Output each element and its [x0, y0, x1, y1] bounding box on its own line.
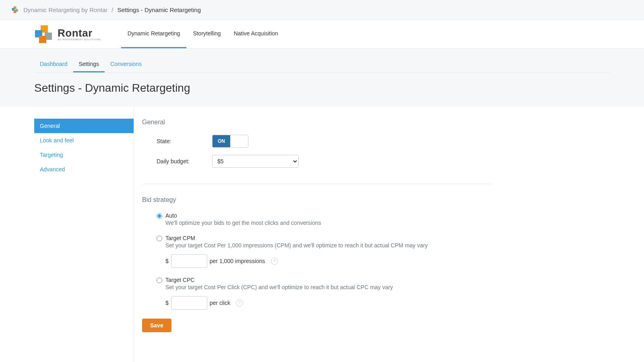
- logo-icon: [34, 25, 54, 44]
- logo-tag: AD MANAGEMENT SOLUTIONS: [58, 38, 101, 41]
- breadcrumb-app[interactable]: Dynamic Retargeting by Rontar: [23, 6, 107, 13]
- bid-auto: Auto We'll optimize your bids to get the…: [142, 212, 492, 226]
- radio-auto[interactable]: [157, 213, 162, 219]
- sidebar-item-label: Advanced: [40, 166, 65, 173]
- tab-settings[interactable]: Settings: [73, 57, 105, 72]
- select-daily-budget[interactable]: $5: [212, 155, 299, 168]
- radio-cpc-desc: Set your target Cost Per Click (CPC) and…: [165, 284, 492, 290]
- cpm-prefix: $: [165, 258, 169, 264]
- help-icon[interactable]: ?: [271, 257, 278, 265]
- toggle-on[interactable]: ON: [213, 135, 230, 147]
- cpc-suffix: per click: [210, 300, 230, 306]
- section-bid-strategy: Bid strategy: [142, 196, 492, 204]
- sidebar-item-general[interactable]: General: [34, 119, 134, 133]
- state-toggle[interactable]: ON: [212, 135, 248, 148]
- nav-native-acquisition[interactable]: Native Acquisition: [227, 20, 285, 48]
- page-title: Settings - Dynamic Retargeting: [34, 82, 610, 95]
- cpm-suffix: per 1,000 impressions: [210, 258, 265, 264]
- secondary-panel: Dashboard Settings Conversions Settings …: [0, 49, 644, 107]
- secondary-tabs: Dashboard Settings Conversions: [34, 57, 610, 73]
- sidebar-item-label: General: [40, 123, 60, 129]
- cpc-input[interactable]: [171, 296, 207, 310]
- toggle-off[interactable]: [230, 135, 248, 147]
- radio-cpm-title: Target CPM: [165, 235, 195, 241]
- label-state: State:: [157, 138, 212, 144]
- nav-dynamic-retargeting[interactable]: Dynamic Retargeting: [121, 20, 187, 48]
- breadcrumb-sep: /: [111, 6, 113, 13]
- svg-rect-7: [39, 36, 46, 43]
- section-general: General: [142, 119, 492, 126]
- nav-storytelling[interactable]: Storytelling: [186, 20, 227, 48]
- cpc-input-row: $ per click ?: [165, 296, 492, 310]
- breadcrumb: Dynamic Retargeting by Rontar / Settings…: [0, 0, 644, 20]
- row-daily-budget: Daily budget: $5: [142, 155, 492, 168]
- primary-nav: Rontar AD MANAGEMENT SOLUTIONS Dynamic R…: [0, 20, 644, 49]
- radio-auto-desc: We'll optimize your bids to get the most…: [165, 220, 492, 226]
- logo[interactable]: Rontar AD MANAGEMENT SOLUTIONS: [34, 25, 101, 44]
- tab-label: Conversions: [110, 61, 142, 67]
- help-icon[interactable]: ?: [236, 299, 243, 306]
- tab-dashboard[interactable]: Dashboard: [34, 57, 73, 72]
- radio-cpc-title: Target CPC: [165, 277, 194, 283]
- radio-cpc[interactable]: [157, 278, 162, 283]
- tab-label: Dashboard: [40, 61, 68, 67]
- row-state: State: ON: [142, 135, 492, 148]
- sidebar: General Look and feel Targeting Advanced: [34, 107, 134, 362]
- main-panel: General State: ON Daily budget: $5 Bid s…: [134, 107, 500, 362]
- tab-conversions[interactable]: Conversions: [105, 57, 147, 72]
- tab-label: Settings: [79, 61, 99, 67]
- nav-label: Dynamic Retargeting: [128, 30, 180, 37]
- nav-label: Storytelling: [193, 30, 221, 37]
- cpm-input[interactable]: [171, 254, 207, 268]
- breadcrumb-page: Settings - Dynamic Retargeting: [117, 6, 201, 13]
- bid-cpm: Target CPM Set your target Cost Per 1,00…: [142, 235, 492, 268]
- sidebar-item-label: Look and feel: [40, 137, 74, 144]
- app-icon: [11, 6, 19, 14]
- bid-cpc: Target CPC Set your target Cost Per Clic…: [142, 277, 492, 310]
- content: General Look and feel Targeting Advanced…: [0, 107, 644, 362]
- radio-cpm-desc: Set your target Cost Per 1,000 impressio…: [165, 242, 492, 249]
- sidebar-item-targeting[interactable]: Targeting: [34, 148, 134, 162]
- logo-brand: Rontar: [58, 28, 101, 38]
- svg-rect-1: [12, 8, 15, 11]
- cpc-prefix: $: [165, 300, 169, 306]
- radio-auto-title: Auto: [165, 212, 177, 219]
- radio-cpm[interactable]: [157, 236, 162, 241]
- cpm-input-row: $ per 1,000 impressions ?: [165, 254, 492, 268]
- nav-label: Native Acquisition: [234, 30, 279, 37]
- save-button[interactable]: Save: [142, 319, 171, 332]
- svg-rect-3: [14, 10, 17, 13]
- sidebar-item-look-and-feel[interactable]: Look and feel: [34, 133, 134, 148]
- sidebar-item-advanced[interactable]: Advanced: [34, 162, 134, 177]
- label-daily-budget: Daily budget:: [157, 158, 212, 165]
- sidebar-item-label: Targeting: [40, 152, 63, 158]
- divider: [142, 184, 492, 184]
